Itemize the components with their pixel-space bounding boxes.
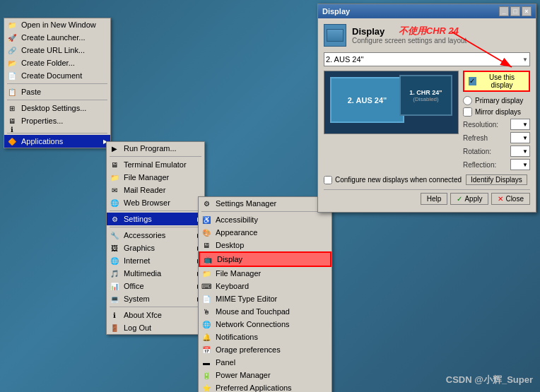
menu-filemanager-item[interactable]: 📁 File Manager <box>199 267 331 280</box>
menu-accessibility[interactable]: ♿ Accessibility <box>199 213 331 226</box>
menu-settings[interactable]: ⚙ Settings <box>107 213 204 225</box>
monitor-select-row: 2. AUS 24" ▼ <box>324 52 530 66</box>
panel-icon: ▬ <box>201 357 211 367</box>
primary-display-radio[interactable] <box>463 96 472 105</box>
settings-context-menu[interactable]: ⚙ Settings Manager ♿ Accessibility 🎨 App… <box>198 196 332 392</box>
menu-properties[interactable]: ℹ <box>4 127 110 131</box>
menu-network[interactable]: 🌐 Network Connections <box>199 318 331 331</box>
menu-graphics[interactable]: 🖼 Graphics <box>107 242 204 254</box>
terminal-icon: 🖥 <box>110 160 119 170</box>
mouse-icon: 🖱 <box>201 307 211 316</box>
menu-office[interactable]: 📊 Office <box>107 280 204 292</box>
properties-icon: ℹ <box>7 124 17 134</box>
menu-accessories[interactable]: 🔧 Accessories <box>107 229 204 242</box>
mirror-displays-checkbox[interactable] <box>463 107 472 117</box>
menu-open-new-window[interactable]: 📁 Open in New Window <box>4 18 110 31</box>
dialog-titlebar: Display _ □ × <box>318 4 536 18</box>
menu-internet[interactable]: 🌐 Internet <box>107 254 204 267</box>
x-icon: ✕ <box>498 195 503 203</box>
menu-terminal[interactable]: 🖥 Terminal Emulator <box>107 158 204 171</box>
menu-orage[interactable]: 📅 Orage preferences <box>199 343 331 356</box>
menu-notifications[interactable]: 🔔 Notifications <box>199 331 331 343</box>
rotation-row: Rotation: ▼ <box>463 145 530 157</box>
apps-context-menu[interactable]: ▶ Run Program... 🖥 Terminal Emulator 📁 F… <box>106 141 205 335</box>
browser-icon: 🌐 <box>110 198 119 208</box>
menu-keyboard[interactable]: ⌨ Keyboard <box>199 280 331 292</box>
separator-1 <box>7 83 107 84</box>
orage-icon: 📅 <box>201 345 211 355</box>
menu-create-folder[interactable]: 📂 Create Folder... <box>4 57 110 69</box>
files-icon: 📁 <box>110 172 119 182</box>
menu-mouse[interactable]: 🖱 Mouse and Touchpad <box>199 305 331 318</box>
use-display-button[interactable]: ✓ Use this display <box>463 71 530 92</box>
office-icon: 📊 <box>110 281 119 291</box>
menu-preferred-apps[interactable]: ⭐ Preferred Applications <box>199 381 331 392</box>
menu-system[interactable]: 💻 System <box>107 292 204 305</box>
monitor-2-preview[interactable]: 2. AUS 24" <box>330 77 404 123</box>
checkmark-icon: ✓ <box>457 195 462 203</box>
settings-mgr-icon: ⚙ <box>201 198 211 208</box>
menu-run-program[interactable]: ▶ Run Program... <box>107 142 204 155</box>
mirror-displays-option: Mirror displays <box>463 107 530 117</box>
apps-sep-4 <box>110 307 201 307</box>
menu-display-item[interactable]: 📺 Display <box>199 251 331 267</box>
configure-displays-checkbox[interactable] <box>324 176 332 184</box>
menu-desktop-settings[interactable]: 🖥 Properties... <box>4 114 110 127</box>
configure-displays-row: Configure new displays when connected Id… <box>324 174 530 185</box>
apply-button[interactable]: ✓ Apply <box>450 193 488 205</box>
menu-about-xfce[interactable]: ℹ About Xfce <box>107 309 204 321</box>
identify-displays-button[interactable]: Identify Displays <box>466 174 527 185</box>
menu-desktop-item[interactable]: 🖥 Desktop <box>199 239 331 251</box>
maximize-button[interactable]: □ <box>510 6 520 16</box>
rotation-dropdown[interactable]: ▼ <box>510 145 530 157</box>
desktop: CSDN @小辉_Super 📁 Open in New Window 🚀 Cr… <box>0 0 540 392</box>
monitor-1-preview[interactable]: 1. CHR 24" (Disabled) <box>399 75 452 116</box>
preferred-icon: ⭐ <box>201 383 211 392</box>
titlebar-buttons[interactable]: _ □ × <box>499 6 532 16</box>
menu-create-document[interactable]: 📄 Create Document <box>4 69 110 82</box>
accessibility-icon: ♿ <box>201 215 211 225</box>
dropdown-arrow-icon: ▼ <box>522 57 528 63</box>
menu-mime[interactable]: 📄 MIME Type Editor <box>199 292 331 305</box>
menu-paste[interactable]: 📋 Paste <box>4 85 110 98</box>
menu-create-url[interactable]: 🔗 Create URL Link... <box>4 44 110 57</box>
dropdown-arrow-icon: ▼ <box>522 148 528 155</box>
dialog-content: Display Configure screen settings and la… <box>318 18 536 212</box>
reflection-row: Reflection: ▼ <box>463 159 530 170</box>
internet-icon: 🌐 <box>110 256 119 266</box>
about-icon: ℹ <box>110 310 119 320</box>
menu-file-manager[interactable]: 📁 File Manager <box>107 171 204 184</box>
menu-logout[interactable]: 🚪 Log Out <box>107 321 204 334</box>
menu-power[interactable]: 🔋 Power Manager <box>199 369 331 381</box>
dialog-title: Display <box>322 7 350 16</box>
minimize-button[interactable]: _ <box>499 6 509 16</box>
resolution-dropdown[interactable]: ▼ <box>510 119 530 130</box>
display-item-icon: 📺 <box>203 254 213 264</box>
menu-multimedia[interactable]: 🎵 Multimedia <box>107 267 204 280</box>
menu-appearance[interactable]: 🎨 Appearance <box>199 226 331 239</box>
close-dialog-button[interactable]: ✕ Close <box>491 193 530 205</box>
menu-settings-manager[interactable]: ⚙ Settings Manager <box>199 197 331 210</box>
reflection-dropdown[interactable]: ▼ <box>510 159 530 170</box>
desktop-context-menu[interactable]: 📁 Open in New Window 🚀 Create Launcher..… <box>4 18 111 148</box>
close-button[interactable]: × <box>522 6 532 16</box>
paste-icon: 📋 <box>7 87 17 97</box>
network-icon: 🌐 <box>201 319 211 329</box>
open-window-icon: 📁 <box>7 20 17 30</box>
menu-applications[interactable]: 🔶 Applications <box>4 135 110 148</box>
monitor-dropdown[interactable]: 2. AUS 24" ▼ <box>324 52 530 66</box>
menu-web-browser[interactable]: 🌐 Web Browser <box>107 196 204 209</box>
launcher-icon: 🚀 <box>7 32 17 42</box>
refresh-rate-dropdown[interactable]: ▼ <box>510 132 530 143</box>
power-icon: 🔋 <box>201 370 211 380</box>
menu-arrange-icons[interactable]: ⊞ Desktop Settings... <box>4 102 110 114</box>
menu-panel[interactable]: ▬ Panel <box>199 356 331 369</box>
use-display-icon: ✓ <box>469 77 476 85</box>
multimedia-icon: 🎵 <box>110 268 119 278</box>
refresh-rate-row: Refresh ▼ <box>463 132 530 143</box>
menu-mail-reader[interactable]: ✉ Mail Reader <box>107 184 204 196</box>
menu-create-launcher[interactable]: 🚀 Create Launcher... <box>4 31 110 44</box>
monitor-icon <box>327 29 344 42</box>
help-button[interactable]: Help <box>421 193 448 205</box>
separator-3 <box>7 133 107 133</box>
